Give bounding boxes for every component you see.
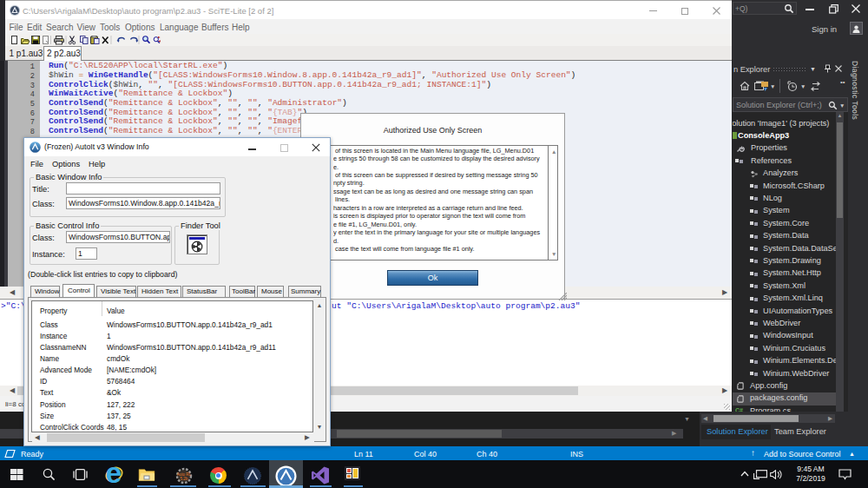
svg-text:5.2b: 5.2b bbox=[181, 477, 188, 481]
svg-text:e: e bbox=[106, 466, 122, 484]
